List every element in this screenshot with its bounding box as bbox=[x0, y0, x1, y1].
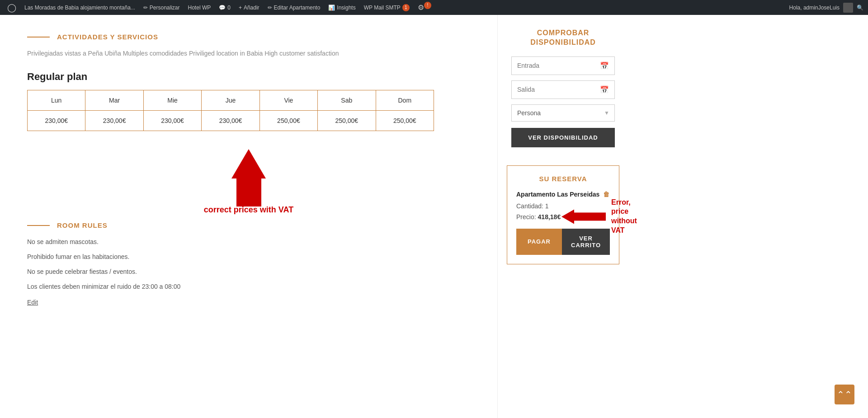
avatar-icon bbox=[843, 3, 853, 13]
calendar-icon-salida: 📅 bbox=[600, 85, 609, 94]
left-arrow-tip bbox=[561, 210, 574, 224]
reserva-item-name: Apartamento Las Perseidas 🗑 bbox=[516, 191, 610, 198]
main-content: ACTIVIDADES Y SERVICIOS Privilegiadas vi… bbox=[0, 15, 497, 418]
precio-value: 418,18€ bbox=[538, 213, 561, 221]
reserva-title: SU RESERVA bbox=[516, 175, 610, 183]
admin-bar: ◯ Las Moradas de Babia alojamiento monta… bbox=[0, 0, 868, 15]
plan-title: Regular plan bbox=[27, 71, 470, 83]
site-name[interactable]: Las Moradas de Babia alojamiento montaña… bbox=[22, 5, 138, 11]
chevron-up-icon: ⌃⌃ bbox=[837, 389, 852, 400]
hello-text: Hola, adminJoseLuis bbox=[789, 5, 840, 11]
rule-4: Los clientes deben minimizar el ruido de… bbox=[27, 282, 470, 291]
gear-icon: ⚙ bbox=[418, 3, 424, 12]
price-annotation: correct prices with VAT bbox=[27, 149, 470, 212]
wpmail-badge: 1 bbox=[402, 4, 410, 11]
error-text: Error, price without VAT bbox=[611, 198, 637, 235]
settings-notification: ! bbox=[424, 2, 431, 9]
hotel-wp-item[interactable]: Hotel WP bbox=[185, 5, 214, 11]
arrow-head bbox=[231, 149, 266, 178]
col-mie: Mie bbox=[143, 90, 201, 111]
wp-logo[interactable]: ◯ bbox=[5, 3, 19, 13]
correct-prices-text: correct prices with VAT bbox=[204, 205, 293, 215]
edit-icon: ✏ bbox=[143, 5, 148, 11]
calendar-icon-entrada: 📅 bbox=[600, 61, 609, 70]
price-mie: 230,00€ bbox=[143, 111, 201, 131]
section-line-actividades bbox=[27, 37, 50, 38]
error-annotation: Error, price without VAT bbox=[561, 198, 637, 235]
comments-count: 0 bbox=[227, 5, 231, 11]
edit-link[interactable]: Edit bbox=[27, 299, 470, 306]
arrow-tail bbox=[236, 178, 261, 207]
chart-icon: 📊 bbox=[328, 5, 335, 11]
entrada-input[interactable] bbox=[517, 62, 600, 69]
reserva-widget: SU RESERVA Apartamento Las Perseidas 🗑 C… bbox=[507, 165, 619, 264]
price-table: Lun Mar Mie Jue Vie Sab Dom 230,00€ 230,… bbox=[27, 90, 434, 131]
wordpress-icon: ◯ bbox=[7, 3, 16, 13]
price-dom: 250,00€ bbox=[376, 111, 434, 131]
page-wrapper: ACTIVIDADES Y SERVICIOS Privilegiadas vi… bbox=[0, 15, 868, 418]
room-rules-section: ROOM RULES No se admiten mascotas. Prohi… bbox=[27, 221, 470, 306]
salida-input-wrapper[interactable]: 📅 bbox=[511, 80, 615, 99]
salida-input[interactable] bbox=[517, 86, 600, 93]
actividades-header: ACTIVIDADES Y SERVICIOS bbox=[27, 33, 470, 41]
edit-apt-icon: ✏ bbox=[268, 5, 272, 11]
col-sab: Sab bbox=[318, 90, 376, 111]
wpmail-label: WP Mail SMTP bbox=[364, 5, 401, 11]
room-rules-header: ROOM RULES bbox=[27, 221, 470, 229]
reserva-precio-container: Precio: 418,18€ Error, price without VAT bbox=[516, 213, 610, 221]
rule-2: Prohibido fumar en las habitaciones. bbox=[27, 252, 470, 262]
personalizar-item[interactable]: ✏ Personalizar bbox=[141, 5, 183, 11]
search-icon[interactable]: 🔍 bbox=[857, 5, 863, 11]
col-mar: Mar bbox=[85, 90, 143, 111]
rules-list: No se admiten mascotas. Prohibido fumar … bbox=[27, 237, 470, 291]
availability-widget: COMPROBAR DISPONIBILIDAD 📅 📅 Persona 1 P… bbox=[507, 24, 619, 156]
room-rules-title: ROOM RULES bbox=[57, 221, 108, 229]
rule-3: No se puede celebrar fiestas / eventos. bbox=[27, 267, 470, 277]
col-vie: Vie bbox=[259, 90, 317, 111]
comment-icon: 💬 bbox=[219, 5, 226, 11]
persona-select[interactable]: Persona 1 Persona 2 Personas 3 Personas … bbox=[511, 104, 615, 122]
site-name-text: Las Moradas de Babia alojamiento montaña… bbox=[24, 5, 135, 11]
persona-select-wrapper[interactable]: Persona 1 Persona 2 Personas 3 Personas … bbox=[511, 104, 615, 122]
settings-item[interactable]: ⚙ ! bbox=[415, 3, 434, 12]
comments-item[interactable]: 💬 0 bbox=[216, 5, 233, 11]
pagar-button[interactable]: PAGAR bbox=[516, 229, 562, 255]
left-arrow bbox=[561, 210, 606, 224]
actividades-desc: Privilegiadas vistas a Peña Ubiña Multip… bbox=[27, 49, 470, 58]
precio-label: Precio: bbox=[516, 213, 536, 221]
col-jue: Jue bbox=[202, 90, 259, 111]
trash-icon[interactable]: 🗑 bbox=[603, 191, 609, 198]
ver-disponibilidad-button[interactable]: VER DISPONIBILIDAD bbox=[511, 128, 615, 147]
scroll-top-button[interactable]: ⌃⌃ bbox=[835, 385, 854, 404]
cantidad-value: 1 bbox=[545, 202, 549, 210]
entrada-input-wrapper[interactable]: 📅 bbox=[511, 56, 615, 75]
price-sab: 250,00€ bbox=[318, 111, 376, 131]
wpmail-item[interactable]: WP Mail SMTP 1 bbox=[361, 4, 412, 11]
price-lun: 230,00€ bbox=[28, 111, 85, 131]
section-line-rules bbox=[27, 225, 50, 226]
insights-label: Insights bbox=[337, 5, 355, 11]
edit-apartment-item[interactable]: ✏ Editar Apartamento bbox=[265, 5, 323, 11]
availability-title: COMPROBAR DISPONIBILIDAD bbox=[511, 28, 615, 47]
price-vie: 250,00€ bbox=[259, 111, 317, 131]
price-mar: 230,00€ bbox=[85, 111, 143, 131]
add-label: Añadir bbox=[244, 5, 259, 11]
price-jue: 230,00€ bbox=[202, 111, 259, 131]
hotel-wp-label: Hotel WP bbox=[188, 5, 211, 11]
edit-apt-label: Editar Apartamento bbox=[274, 5, 321, 11]
personalizar-label: Personalizar bbox=[150, 5, 180, 11]
col-dom: Dom bbox=[376, 90, 434, 111]
admin-bar-right: Hola, adminJoseLuis 🔍 bbox=[789, 3, 863, 13]
col-lun: Lun bbox=[28, 90, 85, 111]
price-table-data-row: 230,00€ 230,00€ 230,00€ 230,00€ 250,00€ … bbox=[28, 111, 434, 131]
left-arrow-body bbox=[574, 213, 606, 221]
add-item[interactable]: + Añadir bbox=[236, 5, 262, 11]
price-table-header-row: Lun Mar Mie Jue Vie Sab Dom bbox=[28, 90, 434, 111]
rule-1: No se admiten mascotas. bbox=[27, 237, 470, 247]
insights-item[interactable]: 📊 Insights bbox=[326, 5, 358, 11]
sidebar: COMPROBAR DISPONIBILIDAD 📅 📅 Persona 1 P… bbox=[497, 15, 628, 418]
cantidad-label: Cantidad: bbox=[516, 202, 543, 210]
actividades-title: ACTIVIDADES Y SERVICIOS bbox=[57, 33, 158, 41]
plus-icon: + bbox=[239, 5, 242, 11]
upward-arrow bbox=[231, 149, 266, 212]
